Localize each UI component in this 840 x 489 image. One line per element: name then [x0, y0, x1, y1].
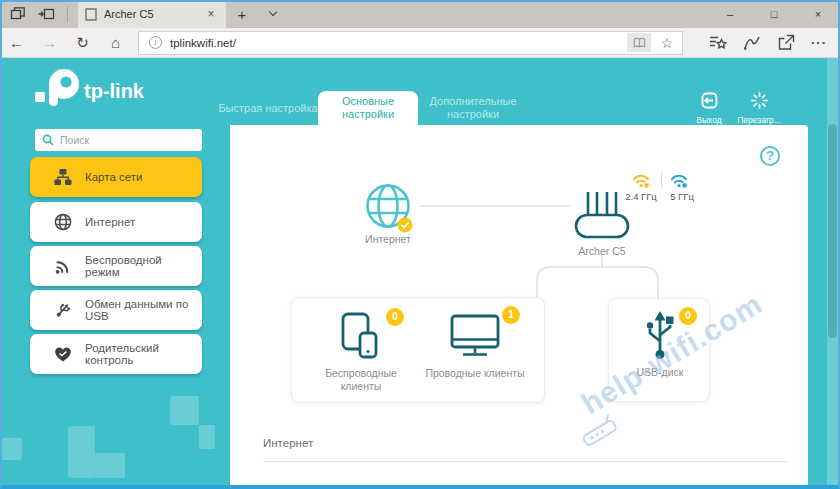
- browser-titlebar: Archer C5 × + – □ ×: [0, 0, 840, 28]
- tab-preview-icon[interactable]: [10, 6, 26, 22]
- router-admin-page: tp-link Быстрая настройка Основные настр…: [0, 58, 840, 489]
- usb-disk-node[interactable]: 0 USB-диск: [615, 309, 705, 379]
- reading-view-icon[interactable]: [627, 33, 651, 52]
- home-button[interactable]: ⌂: [99, 34, 132, 51]
- sidebar-item-wireless[interactable]: Беспроводной режим: [30, 246, 202, 286]
- wired-clients-icon: [448, 313, 502, 359]
- reboot-label: Перезагр...: [732, 115, 786, 125]
- decor-square: [68, 426, 95, 478]
- forward-button[interactable]: →: [33, 34, 66, 51]
- wifi-2g-label: 2.4 ГГц: [618, 191, 664, 202]
- logout-label: Выход: [682, 115, 736, 125]
- browser-tab[interactable]: Archer C5 ×: [78, 0, 226, 28]
- search-icon: [42, 134, 54, 146]
- tab-advanced-settings[interactable]: Дополнительные настройки: [418, 91, 528, 125]
- sidebar-item-label: Беспроводной режим: [85, 254, 194, 279]
- usb-disk-label: USB-диск: [615, 366, 705, 379]
- share-icon[interactable]: [777, 34, 795, 51]
- wired-clients-count: 1: [502, 306, 520, 324]
- tab-quick-setup[interactable]: Быстрая настройка: [218, 91, 318, 125]
- wired-clients-label: Проводные клиенты: [416, 367, 534, 380]
- ink-pen-icon[interactable]: [743, 34, 761, 51]
- wired-clients-node[interactable]: 1 Проводные клиенты: [416, 310, 534, 380]
- wireless-clients-icon: [339, 312, 383, 360]
- parental-control-icon: [54, 346, 72, 363]
- browser-toolbar: ← → ↻ ⌂ i tplinkwifi.net/ ☆ ···: [0, 28, 840, 58]
- wifi-5g-icon[interactable]: [670, 173, 688, 193]
- sidebar-item-label: Родительский контроль: [85, 342, 194, 367]
- logo-text: tp-link: [84, 80, 145, 102]
- sidebar-item-label: Интернет: [85, 216, 135, 229]
- tab-basic-settings[interactable]: Основные настройки: [318, 91, 418, 125]
- tp-link-logo: tp-link: [34, 66, 164, 116]
- usb-disk-icon: [640, 309, 680, 361]
- sidebar-item-label: Обмен данными по USB: [85, 298, 194, 323]
- section-title: Интернет: [263, 437, 313, 449]
- usb-box: 0 USB-диск: [608, 298, 710, 402]
- tab-title: Archer C5: [104, 8, 196, 20]
- sidebar-item-label: Карта сети: [85, 171, 142, 184]
- favorite-star-icon[interactable]: ☆: [656, 35, 678, 51]
- internet-node-label: Интернет: [338, 233, 438, 245]
- decor-square: [170, 396, 199, 425]
- minimize-button[interactable]: –: [708, 0, 752, 28]
- sidebar-item-network-map[interactable]: Карта сети: [30, 157, 202, 197]
- clients-box: 0 Беспроводные клиенты 1 Проводные клиен…: [291, 297, 545, 403]
- globe-icon: [54, 213, 72, 231]
- wireless-clients-label: Беспроводные клиенты: [308, 367, 414, 393]
- page-scrollbar-thumb[interactable]: [828, 124, 837, 338]
- address-bar[interactable]: i tplinkwifi.net/ ☆: [138, 31, 683, 55]
- back-button[interactable]: ←: [0, 34, 33, 51]
- band-divider: [661, 173, 662, 188]
- decor-square: [199, 425, 215, 449]
- reboot-icon: [751, 92, 768, 109]
- sidebar-item-usb-sharing[interactable]: Обмен данными по USB: [30, 290, 202, 330]
- sidebar-search: [35, 129, 202, 151]
- page-favicon: [85, 8, 97, 21]
- reboot-button[interactable]: Перезагр...: [732, 92, 786, 125]
- network-map-panel: ? Интернет Archer C5 2.4 ГГц 5: [230, 125, 808, 489]
- new-tab-button[interactable]: +: [226, 0, 258, 28]
- tab-close-icon[interactable]: ×: [203, 7, 219, 21]
- network-map-icon: [54, 168, 72, 186]
- wireless-clients-count: 0: [386, 308, 404, 326]
- more-options-icon[interactable]: ···: [811, 35, 827, 50]
- refresh-button[interactable]: ↻: [66, 34, 99, 52]
- router-node-label: Archer C5: [562, 245, 642, 257]
- wireless-clients-node[interactable]: 0 Беспроводные клиенты: [308, 310, 414, 393]
- logout-button[interactable]: Выход: [682, 92, 736, 125]
- search-input[interactable]: [60, 134, 195, 146]
- decor-square: [95, 453, 125, 478]
- sidebar-item-parental-control[interactable]: Родительский контроль: [30, 334, 202, 374]
- site-info-icon[interactable]: i: [149, 36, 162, 49]
- hub-favorites-icon[interactable]: [709, 34, 727, 51]
- titlebar-separator: [67, 6, 68, 22]
- browser-window: Archer C5 × + – □ × ← → ↻ ⌂ i tplinkwifi…: [0, 0, 840, 489]
- logout-icon: [701, 92, 718, 109]
- usb-icon: [54, 301, 72, 319]
- help-icon[interactable]: ?: [760, 146, 780, 166]
- tab-list-chevron-icon[interactable]: [258, 0, 288, 28]
- decor-square: [0, 438, 22, 460]
- url-text: tplinkwifi.net/: [170, 37, 627, 49]
- maximize-button[interactable]: □: [752, 0, 796, 28]
- close-button[interactable]: ×: [796, 0, 840, 28]
- wifi-5g-label: 5 ГГц: [664, 191, 700, 202]
- wifi-2g-icon[interactable]: [632, 173, 650, 193]
- section-divider: [263, 461, 787, 462]
- usb-disk-count: 0: [679, 307, 697, 325]
- set-tabs-aside-icon[interactable]: [38, 6, 55, 22]
- sidebar-item-internet[interactable]: Интернет: [30, 202, 202, 242]
- wireless-icon: [54, 257, 72, 275]
